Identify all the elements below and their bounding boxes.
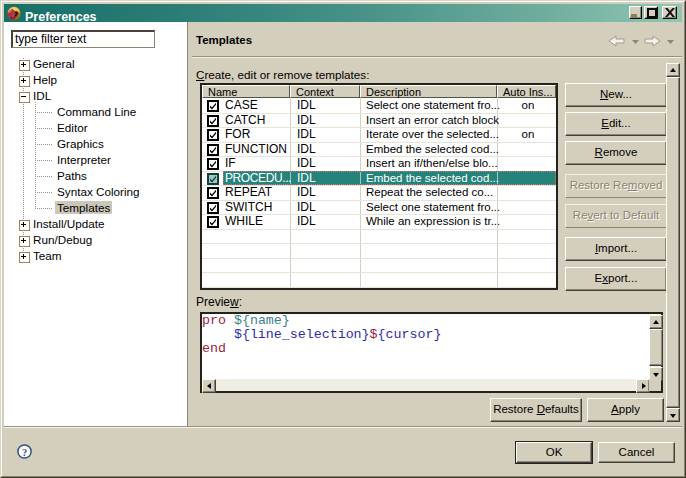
svg-text:?: ?	[22, 447, 27, 458]
